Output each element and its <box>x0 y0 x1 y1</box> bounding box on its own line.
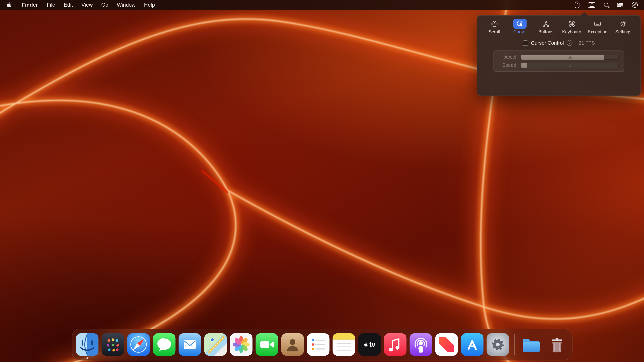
tab-settings[interactable]: Settings <box>611 19 636 34</box>
cursor-control-checkbox[interactable] <box>523 40 528 46</box>
accel-slider[interactable]: 68 <box>521 55 619 60</box>
scroll-icon <box>488 19 501 29</box>
tab-scroll[interactable]: Scroll <box>482 19 507 34</box>
mouse-utility-popover: Scroll Cursor Buttons Keyboard <box>477 15 641 96</box>
menu-view[interactable]: View <box>77 0 97 10</box>
dock-system-settings[interactable] <box>487 333 509 356</box>
command-icon <box>565 19 578 29</box>
dock-app-store[interactable] <box>461 333 484 356</box>
spotlight-icon[interactable] <box>604 3 608 7</box>
menu-edit[interactable]: Edit <box>60 0 77 10</box>
gear-icon <box>617 19 630 29</box>
speed-label: Speed: <box>499 62 518 68</box>
menu-bar: Finder File Edit View Go Window Help <box>0 0 644 10</box>
mail-icon <box>179 333 201 356</box>
help-icon[interactable]: ? <box>566 40 572 46</box>
tab-cursor[interactable]: Cursor <box>508 19 532 34</box>
notes-icon <box>333 333 355 356</box>
maps-icon <box>204 333 227 356</box>
settings-gear-icon <box>487 333 509 356</box>
dock-podcasts[interactable] <box>410 333 432 356</box>
dock-notes[interactable] <box>333 333 355 356</box>
tab-scroll-label: Scroll <box>489 29 500 34</box>
menu-bar-left: Finder File Edit View Go Window Help <box>0 0 159 10</box>
speed-slider[interactable]: 5 <box>521 63 619 68</box>
safari-icon <box>127 333 150 356</box>
dock-safari[interactable] <box>127 333 150 356</box>
dock-downloads[interactable] <box>520 333 542 356</box>
dock-separator <box>514 334 515 356</box>
menu-go[interactable]: Go <box>97 0 112 10</box>
trash-icon <box>546 333 568 356</box>
app-store-icon <box>461 333 484 356</box>
dock-maps[interactable] <box>204 333 227 356</box>
cursor-control-label: Cursor Control <box>531 40 564 46</box>
dock-finder[interactable] <box>76 333 98 356</box>
tab-cursor-label: Cursor <box>513 29 527 34</box>
dock-mail[interactable] <box>179 333 201 356</box>
tab-settings-label: Settings <box>615 29 631 34</box>
apple-icon <box>6 1 12 8</box>
dock-messages[interactable] <box>153 333 176 356</box>
tab-exception[interactable]: Exception <box>585 19 610 34</box>
dock-facetime[interactable] <box>256 333 278 356</box>
accel-label: Accel: <box>499 54 518 60</box>
reminders-icon <box>307 333 330 356</box>
app-menu-finder[interactable]: Finder <box>17 0 42 10</box>
menu-window[interactable]: Window <box>112 0 140 10</box>
dock-photos[interactable] <box>230 333 252 356</box>
dock-music[interactable] <box>384 333 406 356</box>
menu-help[interactable]: Help <box>140 0 159 10</box>
running-indicator <box>86 357 88 359</box>
speed-value: 5 <box>521 63 619 68</box>
finder-icon <box>76 333 98 356</box>
accel-value: 68 <box>521 55 619 60</box>
mouse-status-icon[interactable] <box>575 1 580 8</box>
focus-icon[interactable] <box>632 2 638 8</box>
dock-tv[interactable]: tv <box>358 333 381 356</box>
accel-row: Accel: 68 <box>499 54 619 60</box>
cursor-settings-group: Accel: 68 Speed: 5 <box>494 50 624 72</box>
tv-icon: tv <box>358 333 381 356</box>
menu-bar-status <box>575 0 644 10</box>
apple-logo-small <box>364 342 368 347</box>
apple-menu[interactable] <box>0 0 17 10</box>
dock: tv <box>72 329 572 361</box>
keyboard-status-icon[interactable] <box>588 2 596 7</box>
cursor-control-row: Cursor Control ? 21 FPS <box>477 40 640 46</box>
podcasts-icon <box>410 333 432 356</box>
tv-label: tv <box>369 340 376 349</box>
popover-tabs: Scroll Cursor Buttons Keyboard <box>477 15 640 34</box>
news-icon <box>435 333 458 356</box>
launchpad-icon <box>102 333 124 356</box>
music-icon <box>384 333 406 356</box>
speed-row: Speed: 5 <box>499 62 619 68</box>
messages-icon <box>153 333 176 356</box>
tab-keyboard[interactable]: Keyboard <box>559 19 584 34</box>
menu-file[interactable]: File <box>42 0 60 10</box>
fps-label: 21 FPS <box>579 40 595 46</box>
buttons-icon <box>540 19 552 29</box>
dock-contacts[interactable] <box>281 333 304 356</box>
desktop: Finder File Edit View Go Window Help Scr… <box>0 0 644 362</box>
control-center-icon[interactable] <box>617 2 624 7</box>
downloads-folder-icon <box>520 333 542 356</box>
exception-icon <box>591 19 604 29</box>
photos-icon <box>230 333 252 356</box>
tab-exception-label: Exception <box>588 29 608 34</box>
dock-launchpad[interactable] <box>102 333 124 356</box>
tab-keyboard-label: Keyboard <box>562 29 581 34</box>
tab-buttons[interactable]: Buttons <box>534 19 558 34</box>
dock-reminders[interactable] <box>307 333 330 356</box>
facetime-icon <box>256 333 278 356</box>
dock-news[interactable] <box>435 333 458 356</box>
tab-buttons-label: Buttons <box>538 29 554 34</box>
cursor-icon <box>514 19 527 29</box>
dock-trash[interactable] <box>546 333 568 356</box>
contacts-icon <box>281 333 304 356</box>
